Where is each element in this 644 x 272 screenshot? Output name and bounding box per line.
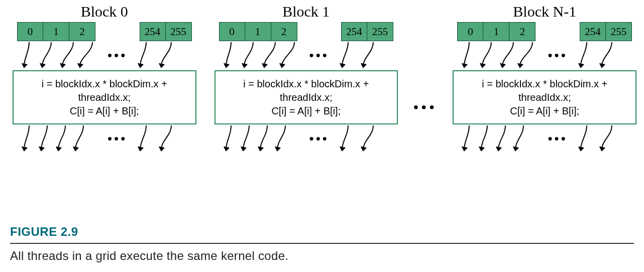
arrows-bottom: ••• xyxy=(212,124,401,154)
thread-cell: 2 xyxy=(509,22,535,41)
ellipsis: ••• xyxy=(102,49,132,62)
code-line: C[i] = A[i] + B[i]; xyxy=(220,104,393,118)
arrow-group-icon xyxy=(17,41,102,70)
thread-row: 0 1 2 254 255 xyxy=(212,22,401,41)
arrow-group-icon xyxy=(17,124,102,154)
code-line: C[i] = A[i] + B[i]; xyxy=(18,104,191,118)
block-1: Block 1 0 1 2 254 255 xyxy=(212,3,401,154)
arrow-group-icon xyxy=(457,124,543,154)
thread-cells-left: 0 1 2 xyxy=(219,22,297,41)
figure-caption: FIGURE 2.9 All threads in a grid execute… xyxy=(10,225,634,263)
block-title: Block 0 xyxy=(81,3,128,20)
thread-cell: 254 xyxy=(580,22,606,41)
block-0: Block 0 0 1 2 254 255 xyxy=(10,3,199,154)
ellipsis: ••• xyxy=(543,132,572,146)
arrows-bottom: ••• xyxy=(10,124,199,154)
code-line: C[i] = A[i] + B[i]; xyxy=(458,104,631,118)
thread-cell: 254 xyxy=(341,22,367,41)
thread-cells-right: 254 255 xyxy=(140,22,192,41)
code-line: i = blockIdx.x * blockDim.x + xyxy=(458,77,631,91)
ellipsis: ••• xyxy=(304,49,334,62)
thread-row: 0 1 2 254 255 xyxy=(10,22,199,41)
figure-rule xyxy=(10,243,634,244)
thread-cells-left: 0 1 2 xyxy=(17,22,95,41)
ellipsis-between-blocks: ••• xyxy=(413,99,437,115)
blocks-row: Block 0 0 1 2 254 255 xyxy=(10,3,639,154)
arrow-group-icon xyxy=(573,41,628,70)
figure-2-9: Block 0 0 1 2 254 255 xyxy=(0,0,644,272)
code-line: i = blockIdx.x * blockDim.x + xyxy=(220,77,393,91)
thread-cell: 0 xyxy=(457,22,483,41)
arrow-group-icon xyxy=(132,124,187,154)
ellipsis: ••• xyxy=(304,132,334,146)
code-line: i = blockIdx.x * blockDim.x + xyxy=(18,77,191,91)
arrow-group-icon xyxy=(334,41,389,70)
block-title: Block N-1 xyxy=(513,3,576,20)
thread-cell: 2 xyxy=(69,22,95,41)
arrow-group-icon xyxy=(573,124,628,154)
kernel-code-box: i = blockIdx.x * blockDim.x + threadIdx.… xyxy=(453,70,636,124)
arrows-top: ••• xyxy=(10,41,199,70)
figure-label: FIGURE 2.9 xyxy=(10,225,634,239)
thread-cell: 0 xyxy=(17,22,43,41)
thread-cells-right: 254 255 xyxy=(341,22,393,41)
arrows-bottom: ••• xyxy=(450,124,639,154)
thread-cell: 1 xyxy=(43,22,69,41)
thread-cell: 255 xyxy=(166,22,192,41)
thread-cell: 1 xyxy=(483,22,509,41)
block-n-1: Block N-1 0 1 2 254 255 xyxy=(450,3,639,154)
thread-cells-right: 254 255 xyxy=(580,22,632,41)
code-line: threadIdx.x; xyxy=(18,91,191,104)
thread-cell: 2 xyxy=(271,22,297,41)
arrows-top: ••• xyxy=(212,41,401,70)
thread-cell: 255 xyxy=(367,22,393,41)
code-line: threadIdx.x; xyxy=(220,91,393,104)
thread-cell: 0 xyxy=(219,22,245,41)
ellipsis: ••• xyxy=(543,49,572,62)
arrows-top: ••• xyxy=(450,41,639,70)
thread-row: 0 1 2 254 255 xyxy=(450,22,639,41)
arrow-group-icon xyxy=(219,124,304,154)
code-line: threadIdx.x; xyxy=(458,91,631,104)
arrow-group-icon xyxy=(457,41,543,70)
thread-cell: 254 xyxy=(140,22,166,41)
arrow-group-icon xyxy=(132,41,187,70)
thread-cell: 1 xyxy=(245,22,271,41)
kernel-code-box: i = blockIdx.x * blockDim.x + threadIdx.… xyxy=(13,70,196,124)
ellipsis: ••• xyxy=(102,132,132,146)
thread-cell: 255 xyxy=(606,22,632,41)
kernel-code-box: i = blockIdx.x * blockDim.x + threadIdx.… xyxy=(214,70,398,124)
block-title: Block 1 xyxy=(282,3,330,20)
arrow-group-icon xyxy=(219,41,304,70)
arrow-group-icon xyxy=(334,124,389,154)
figure-caption-text: All threads in a grid execute the same k… xyxy=(10,249,634,263)
thread-cells-left: 0 1 2 xyxy=(457,22,535,41)
